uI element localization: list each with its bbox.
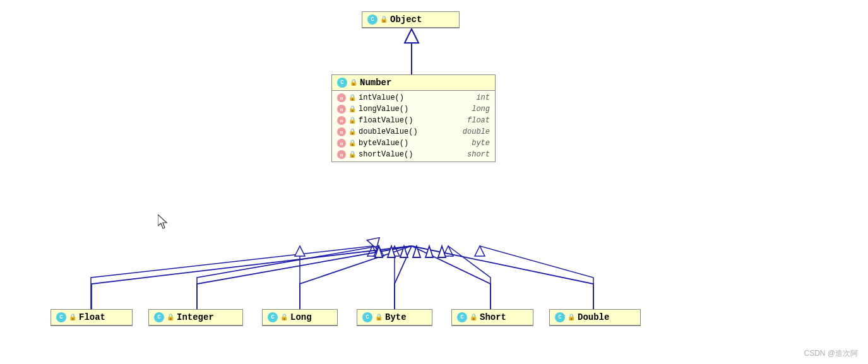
long-class-icon: C bbox=[268, 312, 278, 322]
svg-marker-17 bbox=[425, 246, 433, 257]
method-icon-doublevalue: m bbox=[337, 127, 346, 136]
svg-marker-15 bbox=[400, 246, 408, 257]
svg-marker-8 bbox=[389, 246, 400, 256]
number-class-box: C 🔒 Number m 🔒 intValue() int m 🔒 longVa… bbox=[331, 74, 496, 162]
svg-marker-16 bbox=[413, 246, 420, 257]
short-lock-icon: 🔒 bbox=[470, 314, 477, 321]
method-lock-intvalue: 🔒 bbox=[348, 94, 356, 102]
short-class-icon: C bbox=[457, 312, 467, 322]
method-longvalue: m 🔒 longValue() long bbox=[332, 103, 495, 115]
method-lock-shortvalue: 🔒 bbox=[348, 151, 356, 158]
float-class-header: C 🔒 Float bbox=[51, 310, 132, 326]
integer-class-header: C 🔒 Integer bbox=[149, 310, 242, 326]
byte-class-name: Byte bbox=[385, 312, 407, 322]
svg-marker-5 bbox=[367, 246, 378, 256]
short-class-box: C 🔒 Short bbox=[451, 309, 533, 326]
svg-marker-13 bbox=[375, 246, 383, 257]
svg-marker-4 bbox=[366, 235, 379, 249]
method-icon-shortvalue: m bbox=[337, 150, 346, 159]
method-lock-doublevalue: 🔒 bbox=[348, 128, 356, 136]
method-doublevalue: m 🔒 doubleValue() double bbox=[332, 126, 495, 138]
float-class-name: Float bbox=[79, 312, 105, 322]
long-lock-icon: 🔒 bbox=[280, 314, 288, 321]
method-icon-longvalue: m bbox=[337, 105, 346, 114]
method-name-floatvalue: floatValue() bbox=[359, 116, 465, 125]
object-lock-icon: 🔒 bbox=[380, 16, 388, 23]
svg-marker-19 bbox=[158, 214, 167, 228]
long-class-name: Long bbox=[290, 312, 312, 322]
method-lock-floatvalue: 🔒 bbox=[348, 117, 356, 124]
method-icon-bytevalue: m bbox=[337, 139, 346, 148]
method-return-doublevalue: double bbox=[463, 127, 490, 136]
long-class-box: C 🔒 Long bbox=[262, 309, 338, 326]
integer-class-icon: C bbox=[154, 312, 164, 322]
method-return-longvalue: long bbox=[472, 105, 490, 114]
number-class-name: Number bbox=[360, 78, 391, 88]
method-name-bytevalue: byteValue() bbox=[359, 139, 469, 148]
method-return-floatvalue: float bbox=[467, 116, 490, 125]
short-class-header: C 🔒 Short bbox=[452, 310, 533, 326]
method-bytevalue: m 🔒 byteValue() byte bbox=[332, 138, 495, 149]
svg-marker-7 bbox=[295, 246, 305, 256]
method-return-shortvalue: short bbox=[467, 150, 490, 159]
byte-class-box: C 🔒 Byte bbox=[357, 309, 432, 326]
method-lock-longvalue: 🔒 bbox=[348, 105, 356, 113]
method-return-intvalue: int bbox=[476, 93, 490, 102]
object-class-box: C 🔒 Object bbox=[362, 11, 460, 28]
diagram-container: C 🔒 Object C 🔒 Number m 🔒 intValue() int… bbox=[0, 0, 868, 364]
svg-marker-10 bbox=[475, 246, 485, 256]
method-intvalue: m 🔒 intValue() int bbox=[332, 92, 495, 103]
svg-marker-12 bbox=[405, 29, 419, 43]
watermark: CSDN @造次阿 bbox=[804, 348, 858, 359]
double-class-icon: C bbox=[555, 312, 565, 322]
byte-class-icon: C bbox=[362, 312, 372, 322]
short-class-name: Short bbox=[480, 312, 506, 322]
method-name-shortvalue: shortValue() bbox=[359, 150, 465, 159]
double-lock-icon: 🔒 bbox=[568, 314, 575, 321]
svg-marker-18 bbox=[438, 246, 446, 257]
method-icon-intvalue: m bbox=[337, 93, 346, 102]
object-class-icon: C bbox=[367, 15, 378, 25]
svg-marker-9 bbox=[443, 246, 453, 256]
svg-marker-3 bbox=[406, 29, 417, 40]
double-class-header: C 🔒 Double bbox=[550, 310, 640, 326]
float-class-box: C 🔒 Float bbox=[51, 309, 133, 326]
number-class-header: C 🔒 Number bbox=[332, 75, 495, 91]
double-class-name: Double bbox=[578, 312, 609, 322]
method-return-bytevalue: byte bbox=[472, 139, 490, 148]
byte-class-header: C 🔒 Byte bbox=[357, 310, 432, 326]
object-class-header: C 🔒 Object bbox=[362, 12, 459, 28]
object-class-name: Object bbox=[390, 15, 422, 25]
watermark-text: CSDN @造次阿 bbox=[804, 349, 858, 358]
integer-class-name: Integer bbox=[177, 312, 214, 322]
integer-lock-icon: 🔒 bbox=[167, 314, 174, 321]
number-lock-icon: 🔒 bbox=[350, 79, 357, 86]
double-class-box: C 🔒 Double bbox=[549, 309, 641, 326]
long-class-header: C 🔒 Long bbox=[263, 310, 337, 326]
number-class-body: m 🔒 intValue() int m 🔒 longValue() long … bbox=[332, 91, 495, 161]
method-shortvalue: m 🔒 shortValue() short bbox=[332, 149, 495, 160]
integer-class-box: C 🔒 Integer bbox=[148, 309, 243, 326]
byte-lock-icon: 🔒 bbox=[375, 314, 383, 321]
method-name-intvalue: intValue() bbox=[359, 93, 473, 102]
float-class-icon: C bbox=[56, 312, 66, 322]
svg-marker-14 bbox=[388, 246, 395, 257]
method-floatvalue: m 🔒 floatValue() float bbox=[332, 115, 495, 126]
method-name-longvalue: longValue() bbox=[359, 105, 469, 114]
method-icon-floatvalue: m bbox=[337, 116, 346, 125]
float-lock-icon: 🔒 bbox=[69, 314, 76, 321]
method-name-doublevalue: doubleValue() bbox=[359, 127, 460, 136]
number-class-icon: C bbox=[337, 78, 347, 88]
method-lock-bytevalue: 🔒 bbox=[348, 139, 356, 147]
svg-marker-6 bbox=[374, 246, 384, 256]
